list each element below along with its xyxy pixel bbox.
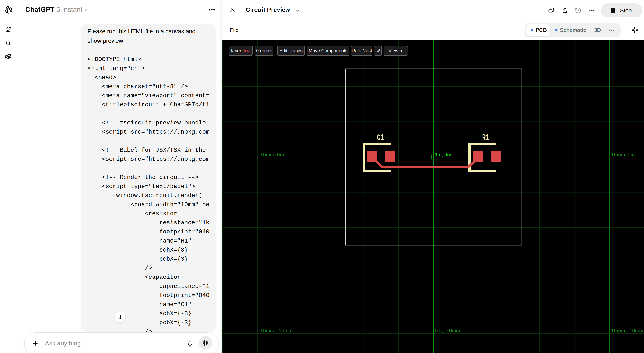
svg-text:0m, 0m: 0m, 0m [434,152,452,157]
svg-text:10mm, 0m: 10mm, 0m [611,152,635,157]
svg-text:C1: C1 [377,133,384,143]
svg-text:0m, -10mm: 0m, -10mm [435,328,460,333]
svg-text:10mm, -10mm: 10mm, -10mm [611,328,644,333]
svg-text:R1: R1 [482,133,489,143]
svg-text:-10mm, 0m: -10mm, 0m [259,152,284,157]
svg-text:-10mm, -10mm: -10mm, -10mm [259,328,293,333]
